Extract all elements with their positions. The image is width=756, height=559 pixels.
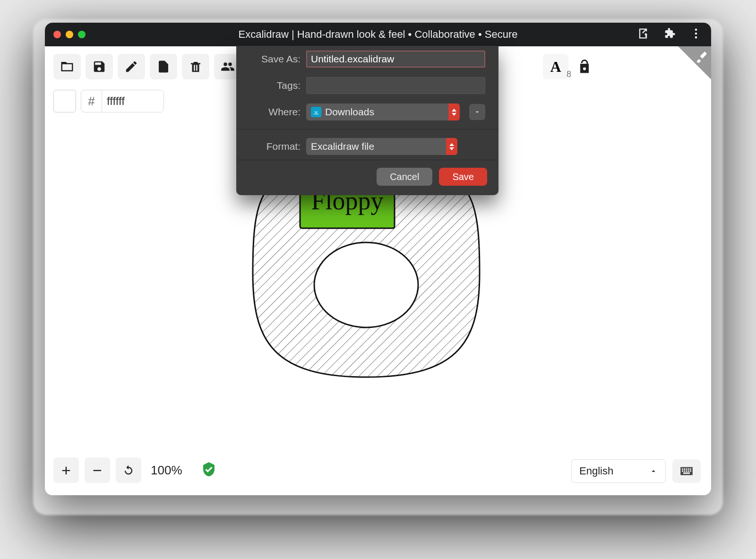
background-color-swatch[interactable] (53, 90, 76, 112)
format-select[interactable]: Excalidraw file (306, 138, 457, 155)
keyboard-shortcuts-button[interactable] (672, 459, 701, 483)
format-stepper-icon (446, 138, 457, 155)
format-label: Format: (249, 141, 301, 152)
downloads-folder-icon (311, 107, 321, 117)
install-app-icon[interactable] (636, 27, 650, 43)
hex-prefix: # (81, 90, 102, 112)
svg-point-1 (695, 32, 697, 34)
maximize-window-button[interactable] (78, 31, 86, 38)
tags-label: Tags: (249, 80, 301, 91)
save-dialog: Save As: Tags: Where: Downloads (236, 46, 498, 195)
filename-input[interactable] (306, 51, 485, 68)
expand-locations-button[interactable] (469, 104, 485, 120)
svg-point-0 (695, 28, 697, 31)
toolbar-right: A 8 (543, 54, 593, 79)
save-as-button[interactable] (118, 54, 145, 79)
language-select[interactable]: English (571, 459, 666, 483)
language-value: English (579, 465, 613, 477)
svg-point-6 (314, 242, 418, 327)
tags-input[interactable] (306, 77, 485, 94)
export-button[interactable] (150, 54, 177, 79)
zoom-out-button[interactable]: − (85, 457, 110, 483)
where-value: Downloads (325, 106, 374, 118)
app-surface: A 8 # (45, 46, 711, 495)
cancel-button[interactable]: Cancel (377, 168, 432, 186)
window-title: Excalidraw | Hand-drawn look & feel • Co… (45, 28, 711, 41)
brush-icon (695, 50, 708, 65)
menu-icon[interactable] (689, 27, 703, 43)
where-stepper-icon (448, 103, 460, 120)
zoom-level: 100% (147, 463, 186, 478)
bottom-bar: + − 100% (53, 457, 217, 483)
security-shield-icon[interactable] (200, 461, 217, 480)
text-tool-button[interactable]: A (543, 54, 568, 79)
app-window: Excalidraw | Hand-drawn look & feel • Co… (45, 23, 711, 495)
format-value: Excalidraw file (311, 141, 374, 152)
window-controls (53, 31, 86, 38)
minimize-window-button[interactable] (66, 31, 73, 38)
chevron-up-icon (649, 467, 658, 475)
lock-icon[interactable] (576, 58, 593, 75)
svg-point-2 (695, 36, 697, 38)
hex-color-input[interactable] (102, 90, 163, 112)
saveas-label: Save As: (249, 53, 301, 65)
zoom-in-button[interactable]: + (53, 457, 79, 483)
close-window-button[interactable] (53, 31, 61, 38)
color-picker-row: # (53, 90, 164, 112)
save-confirm-button[interactable]: Save (439, 168, 487, 186)
toolbar-left (53, 54, 241, 79)
open-button[interactable] (53, 54, 81, 79)
where-label: Where: (249, 106, 301, 118)
tool-shortcut-number: 8 (567, 69, 571, 79)
save-button[interactable] (86, 54, 113, 79)
titlebar: Excalidraw | Hand-drawn look & feel • Co… (45, 23, 711, 46)
zoom-reset-button[interactable] (116, 457, 141, 483)
delete-button[interactable] (182, 54, 209, 79)
extensions-icon[interactable] (663, 27, 676, 43)
where-select[interactable]: Downloads (306, 103, 460, 120)
